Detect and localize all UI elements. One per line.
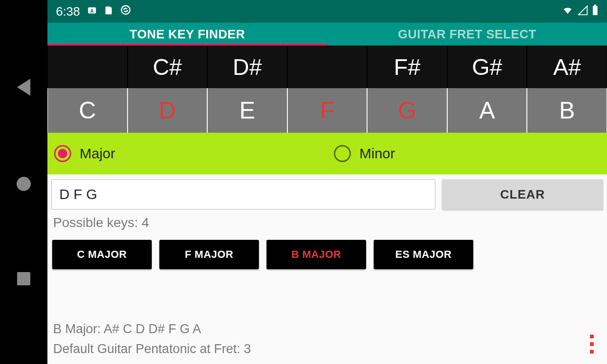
home-icon[interactable] [17, 177, 31, 191]
back-icon[interactable] [17, 79, 30, 96]
status-time: 6:38 [56, 4, 80, 19]
note-f[interactable]: F [288, 88, 367, 133]
note-d[interactable]: D [128, 88, 207, 133]
radio-minor-label: Minor [359, 146, 395, 162]
signal-icon [578, 4, 588, 19]
radio-major-label: Major [80, 146, 115, 162]
android-nav-rail [0, 0, 47, 364]
wifi-icon [561, 4, 574, 19]
note-g[interactable]: G [368, 88, 447, 133]
tab-guitar-fret-select[interactable]: GUITAR FRET SELECT [327, 23, 607, 46]
notes-input[interactable] [51, 179, 435, 209]
keyboard-icon: A [87, 4, 97, 19]
note-c[interactable]: C [48, 88, 127, 133]
clear-button[interactable]: CLEAR [442, 179, 603, 209]
svg-rect-4 [594, 4, 596, 6]
note-f-sharp[interactable]: F# [368, 46, 447, 88]
tab-tone-key-finder[interactable]: TONE KEY FINDER [47, 23, 327, 46]
radio-unchecked-icon [334, 145, 351, 162]
radio-major[interactable]: Major [47, 145, 327, 162]
more-icon[interactable] [590, 335, 594, 354]
sharp-row: C# D# F# G# A# [47, 46, 607, 88]
note-a-sharp[interactable]: A# [527, 46, 607, 88]
app-screen: 6:38 A TONE KEY FINDER GUITAR FRET SELEC… [47, 0, 607, 364]
svg-point-2 [121, 6, 130, 14]
note-a[interactable]: A [448, 88, 527, 133]
svg-rect-3 [593, 6, 598, 15]
note-c-sharp[interactable]: C# [128, 46, 207, 88]
tab-bar: TONE KEY FINDER GUITAR FRET SELECT [47, 23, 607, 46]
note-g-sharp[interactable]: G# [448, 46, 527, 88]
key-es-major[interactable]: ES MAJOR [374, 240, 473, 269]
sd-card-icon [104, 4, 113, 19]
radio-minor[interactable]: Minor [327, 145, 607, 162]
key-b-major[interactable]: B MAJOR [267, 240, 366, 269]
note-d-sharp[interactable]: D# [208, 46, 287, 88]
mode-bar: Major Minor [47, 133, 607, 174]
sync-icon [120, 4, 131, 19]
key-results: C MAJOR F MAJOR B MAJOR ES MAJOR [47, 233, 607, 276]
natural-row: C D E F G A B [47, 88, 607, 133]
input-row: CLEAR [47, 174, 607, 212]
recent-icon[interactable] [17, 272, 30, 285]
possible-keys-label: Possible keys: 4 [47, 212, 607, 233]
sharp-spacer [288, 46, 367, 88]
note-e[interactable]: E [208, 88, 287, 133]
note-b[interactable]: B [527, 88, 607, 133]
battery-icon [592, 4, 598, 19]
key-f-major[interactable]: F MAJOR [159, 240, 259, 269]
key-c-major[interactable]: C MAJOR [52, 240, 152, 269]
scale-detail: B Major: A# C D D# F G A [53, 319, 601, 339]
sharp-spacer [48, 46, 127, 88]
pentatonic-detail: Default Guitar Pentatonic at Fret: 3 [53, 339, 601, 359]
status-bar: 6:38 A [47, 0, 607, 23]
footer: B Major: A# C D D# F G A Default Guitar … [47, 316, 607, 364]
radio-checked-icon [54, 145, 71, 162]
svg-text:A: A [90, 8, 94, 13]
